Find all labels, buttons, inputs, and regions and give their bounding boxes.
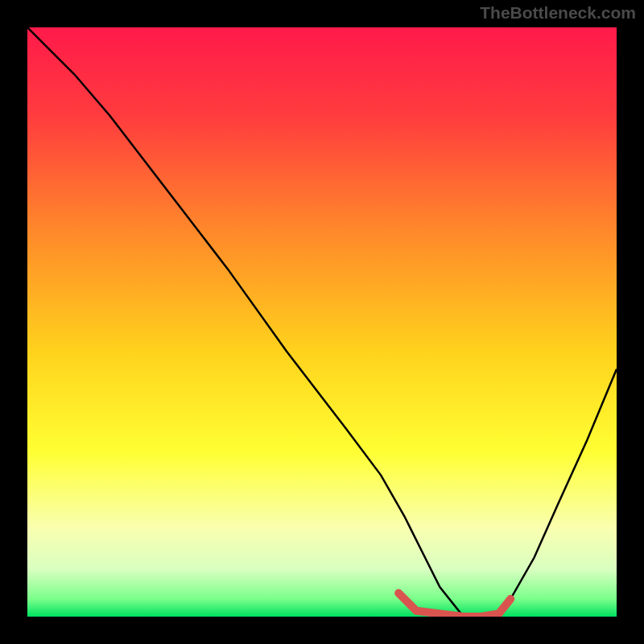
gradient-background — [27, 27, 617, 617]
chart-svg — [27, 27, 617, 617]
chart-area — [27, 27, 617, 617]
watermark-text: TheBottleneck.com — [480, 3, 636, 23]
